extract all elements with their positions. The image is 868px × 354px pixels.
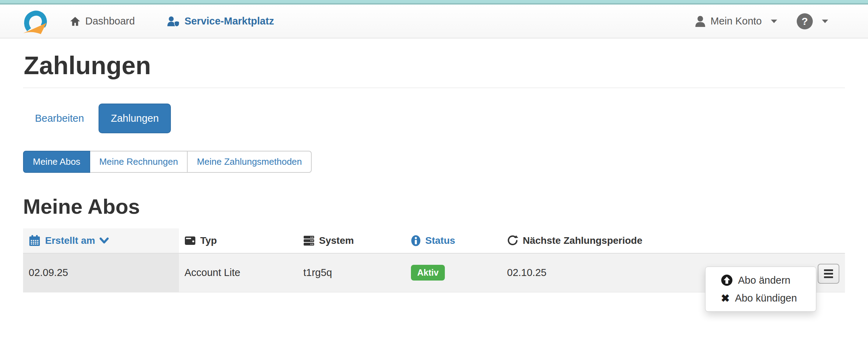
nav-service-marktplatz-label: Service-Marktplatz: [185, 15, 274, 27]
refresh-icon: [507, 235, 518, 246]
row-actions-dropdown: Abo ändern ✖ Abo kündigen: [705, 267, 816, 312]
cell-system: t1rg5q: [298, 253, 405, 292]
status-badge: Aktiv: [411, 265, 445, 281]
page-title: Zahlungen: [24, 52, 845, 79]
hamburger-icon: [824, 269, 833, 271]
cell-typ: Account Lite: [179, 253, 298, 292]
nav-dashboard-label: Dashboard: [85, 15, 135, 27]
tabs-row: Bearbeiten Zahlungen: [35, 104, 845, 133]
cell-erstellt-am: 02.09.25: [23, 253, 179, 292]
header-typ-label: Typ: [200, 235, 217, 246]
tab-zahlungen[interactable]: Zahlungen: [99, 104, 171, 133]
navbar-right: Mein Konto ?: [695, 13, 828, 29]
tab-bearbeiten[interactable]: Bearbeiten: [35, 113, 84, 124]
x-icon: ✖: [721, 293, 730, 304]
subtab-meine-rechnungen[interactable]: Meine Rechnungen: [89, 151, 188, 173]
app-logo[interactable]: [20, 7, 50, 35]
logo-icon: [20, 7, 50, 35]
caret-down-icon: [822, 20, 828, 23]
sort-desc-chevron-icon: [100, 238, 109, 244]
section-title: Meine Abos: [23, 194, 845, 219]
info-icon: [411, 235, 421, 246]
cell-status: Aktiv: [405, 253, 501, 292]
header-system-label: System: [319, 235, 354, 246]
help-icon: ?: [797, 13, 813, 29]
header-naechste-zahlungsperiode-label: Nächste Zahlungsperiode: [523, 235, 642, 246]
help-menu[interactable]: ?: [797, 13, 828, 29]
wallet-icon: [185, 236, 196, 246]
home-icon: [70, 16, 80, 26]
calendar-icon: [29, 235, 41, 247]
dropdown-item-label: Abo kündigen: [735, 292, 797, 304]
user-icon: [695, 16, 706, 27]
header-actions: [751, 228, 845, 253]
nav-service-marktplatz[interactable]: Service-Marktplatz: [167, 15, 274, 27]
subtab-meine-zahlungsmethoden[interactable]: Meine Zahlungsmethoden: [187, 151, 312, 173]
dropdown-item-abo-kuendigen[interactable]: ✖ Abo kündigen: [706, 289, 816, 307]
row-actions-menu-button[interactable]: [818, 264, 839, 284]
help-glyph: ?: [802, 15, 808, 27]
account-menu-label: Mein Konto: [710, 15, 762, 27]
header-erstellt-am-label: Erstellt am: [45, 235, 95, 246]
header-status-label: Status: [425, 235, 455, 246]
top-teal-strip: [0, 0, 868, 5]
server-icon: [303, 235, 314, 246]
header-naechste-zahlungsperiode[interactable]: Nächste Zahlungsperiode: [501, 228, 751, 253]
header-status[interactable]: Status: [405, 228, 501, 253]
account-menu[interactable]: Mein Konto: [695, 15, 777, 27]
header-erstellt-am[interactable]: Erstellt am: [23, 228, 179, 253]
header-typ[interactable]: Typ: [179, 228, 298, 253]
dropdown-item-label: Abo ändern: [738, 275, 790, 286]
user-shield-icon: [167, 16, 180, 27]
nav-dashboard[interactable]: Dashboard: [70, 15, 135, 27]
navbar: Dashboard Service-Marktplatz Mein Konto …: [0, 5, 868, 38]
arrow-circle-up-icon: [721, 274, 733, 286]
header-system[interactable]: System: [298, 228, 405, 253]
subtab-group: Meine Abos Meine Rechnungen Meine Zahlun…: [23, 151, 312, 173]
dropdown-item-abo-aendern[interactable]: Abo ändern: [706, 271, 816, 289]
caret-down-icon: [771, 20, 777, 23]
main-content: Zahlungen Bearbeiten Zahlungen Meine Abo…: [0, 52, 868, 292]
table-header-row: Erstellt am Typ: [23, 228, 845, 253]
subtab-meine-abos[interactable]: Meine Abos: [23, 151, 90, 173]
title-divider: [23, 87, 845, 88]
